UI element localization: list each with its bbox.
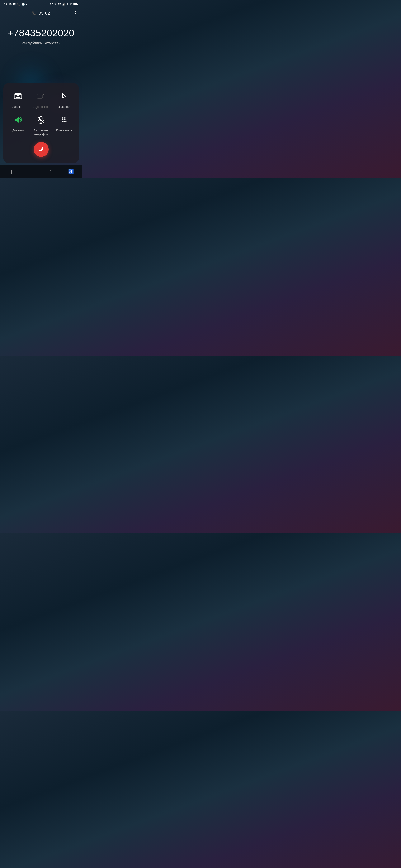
svg-point-23	[62, 119, 63, 120]
status-right: VoLTE 91%	[50, 3, 78, 6]
caller-number: +78435202020	[4, 27, 78, 39]
svg-rect-1	[63, 4, 63, 5]
end-call-icon	[37, 146, 45, 153]
record-icon-wrap	[11, 90, 25, 103]
svg-rect-15	[37, 94, 42, 98]
signal-icon	[62, 3, 65, 6]
menu-button[interactable]: ⋮	[73, 11, 78, 16]
svg-point-20	[62, 117, 63, 118]
video-label: Видеовызов	[33, 105, 50, 109]
video-button[interactable]: Видеовызов	[30, 90, 51, 109]
mute-icon-wrap	[34, 113, 48, 126]
keypad-label: Клавиатура	[56, 128, 72, 132]
battery-percent: 91%	[67, 3, 72, 6]
caller-region: Республика Татарстан	[4, 41, 78, 45]
call-phone-icon: 📞	[32, 11, 36, 16]
svg-rect-12	[18, 95, 20, 95]
video-icon-wrap	[34, 90, 48, 103]
svg-point-25	[65, 119, 66, 120]
svg-point-24	[63, 119, 64, 120]
status-icon-clock: 🕐	[22, 3, 25, 6]
speaker-icon	[13, 115, 22, 124]
bluetooth-icon-wrap	[57, 90, 71, 103]
battery-icon	[73, 3, 78, 5]
svg-point-28	[65, 121, 66, 122]
svg-line-19	[38, 117, 44, 123]
status-bar: 12:18 🖼 📞 🕐 • VoLTE 91%	[0, 0, 82, 7]
bluetooth-label: Bluetooth	[58, 105, 70, 109]
keypad-icon	[60, 115, 68, 124]
nav-recents-button[interactable]: <	[49, 169, 51, 174]
controls-grid: Записать Видеовызов Bluetooth	[7, 90, 75, 136]
record-label: Записать	[12, 105, 24, 109]
svg-rect-9	[15, 95, 21, 98]
keypad-button[interactable]: Клавиатура	[54, 113, 75, 136]
wifi-icon	[50, 3, 53, 6]
status-left: 12:18 🖼 📞 🕐 •	[4, 2, 27, 6]
svg-rect-4	[65, 3, 65, 6]
status-time: 12:18	[4, 2, 12, 6]
end-call-wrap	[7, 142, 75, 157]
status-icon-photo: 🖼	[13, 3, 16, 6]
svg-rect-13	[16, 97, 18, 98]
svg-point-26	[62, 121, 63, 122]
bluetooth-icon	[60, 92, 68, 100]
mute-icon	[36, 115, 45, 124]
svg-rect-11	[16, 95, 18, 95]
status-icon-phone: 📞	[17, 3, 20, 6]
nav-accessibility-button[interactable]: ♿	[68, 169, 74, 174]
svg-point-21	[63, 117, 64, 118]
controls-panel: Записать Видеовызов Bluetooth	[3, 83, 79, 163]
nav-back-button[interactable]: |||	[8, 169, 12, 174]
speaker-button[interactable]: Динамик	[7, 113, 28, 136]
mute-label: Выключить микрофон	[33, 128, 49, 136]
mute-button[interactable]: Выключить микрофон	[30, 113, 51, 136]
svg-rect-0	[62, 5, 62, 6]
record-button[interactable]: Записать	[7, 90, 28, 109]
keypad-icon-wrap	[57, 113, 71, 126]
record-icon	[13, 92, 22, 100]
nav-bar: ||| □ < ♿	[0, 165, 82, 178]
call-timer: 05:02	[39, 11, 50, 16]
status-dot: •	[26, 3, 27, 6]
svg-rect-7	[77, 4, 78, 5]
volte-icon: VoLTE	[55, 3, 61, 5]
video-icon	[36, 92, 45, 100]
end-call-button[interactable]	[34, 142, 49, 157]
svg-rect-6	[74, 3, 77, 5]
svg-point-22	[65, 117, 66, 118]
svg-rect-3	[64, 3, 64, 5]
caller-info: +78435202020 Республика Татарстан	[0, 19, 82, 50]
svg-rect-2	[63, 4, 64, 6]
bluetooth-button[interactable]: Bluetooth	[54, 90, 75, 109]
svg-rect-14	[18, 97, 20, 98]
call-header: 📞 05:02 ⋮	[0, 7, 82, 19]
svg-point-10	[17, 95, 19, 97]
speaker-label: Динамик	[12, 128, 24, 132]
svg-point-27	[63, 121, 64, 122]
speaker-icon-wrap	[11, 113, 25, 126]
nav-home-button[interactable]: □	[29, 168, 32, 175]
